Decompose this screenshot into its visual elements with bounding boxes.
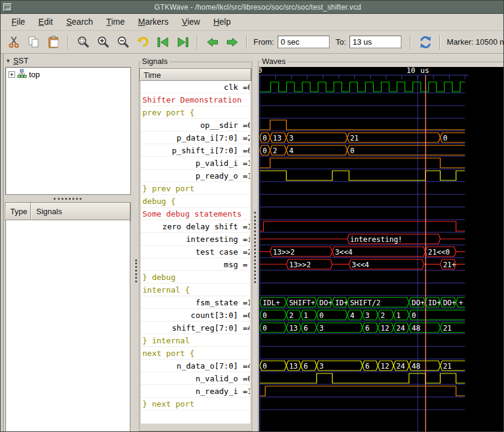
tree-node-top[interactable]: top (6, 68, 130, 80)
svg-text:6: 6 (304, 324, 308, 332)
to-input[interactable] (349, 36, 401, 48)
group-row[interactable]: } internal (141, 334, 250, 347)
comment-row[interactable]: Some debug statements (141, 208, 250, 220)
svg-text:0: 0 (263, 134, 267, 142)
svg-text:10: 10 (407, 67, 415, 75)
from-input[interactable] (278, 36, 330, 48)
menu-time[interactable]: Time (100, 14, 131, 30)
signal-name-list[interactable]: clk =0Shifter Demonstrationprev port {op… (140, 81, 251, 424)
svg-text:0: 0 (443, 134, 447, 142)
svg-text:0: 0 (263, 324, 267, 332)
paste-button[interactable] (45, 34, 62, 50)
shift-right-button[interactable] (224, 34, 240, 50)
svg-text:1: 1 (397, 311, 401, 320)
comment-row[interactable]: Shifter Demonstration (141, 94, 250, 106)
svg-text:0: 0 (412, 311, 416, 320)
signal-row[interactable]: p_shift_i[7:0] =0 (141, 144, 250, 157)
signal-row[interactable]: n_ready_i =1 (141, 385, 250, 398)
signal-row[interactable]: msg = (141, 258, 250, 271)
sst-pane-grip[interactable] (54, 198, 81, 200)
signal-marker-value: 4 (247, 360, 250, 372)
group-row[interactable]: next port { (141, 347, 250, 360)
type-column-header[interactable]: Type (5, 203, 31, 220)
signal-row[interactable]: zero delay shift =1 (141, 220, 250, 233)
signal-row[interactable]: count[3:0] =0 (141, 309, 250, 322)
zoom-in-button[interactable] (95, 34, 111, 50)
signal-row[interactable]: fsm_state =I (141, 296, 250, 309)
zoom-out-button[interactable] (115, 34, 131, 50)
svg-text:48: 48 (412, 324, 420, 332)
signal-marker-value: 0 (247, 372, 250, 385)
sst-expander[interactable]: ▼SST (5, 56, 28, 65)
svg-text:13>>2: 13>>2 (273, 248, 295, 256)
menu-file[interactable]: File (5, 14, 31, 30)
signal-row[interactable]: op__sdir =0 (141, 119, 250, 132)
signal-name: interesting = (186, 233, 247, 246)
sst-tree[interactable]: top (5, 67, 131, 195)
paned-grip-left[interactable] (135, 259, 137, 282)
menu-markers[interactable]: Markers (132, 14, 175, 30)
svg-text:DO+: DO+ (443, 299, 456, 307)
svg-text:21+: 21+ (443, 261, 456, 269)
svg-text:ID+: ID+ (335, 299, 348, 307)
signal-row[interactable]: shift_reg[7:0] =4 (141, 322, 250, 334)
jump-to-start-button[interactable] (155, 34, 171, 50)
signal-name: p_valid_i = (196, 157, 247, 170)
signal-row[interactable]: p_ready_o =1 (141, 170, 250, 182)
signal-row[interactable]: interesting =i (141, 233, 250, 246)
svg-text:SHIFT+: SHIFT+ (289, 299, 315, 307)
signal-name: p_shift_i[7:0] = (172, 144, 247, 157)
sst-signal-list[interactable] (5, 220, 130, 432)
copy-button[interactable] (25, 34, 42, 50)
svg-text:24: 24 (397, 362, 405, 370)
signal-name: n_data_o[7:0] = (177, 360, 247, 372)
svg-text:1: 1 (304, 311, 308, 320)
menu-view[interactable]: View (176, 14, 206, 30)
wave-canvas[interactable]: 010us01332100240interesting!13>>23<<421<… (259, 67, 503, 431)
toolbar-separator (439, 35, 441, 49)
menu-search[interactable]: Search (60, 14, 99, 30)
zoom-fit-button[interactable] (75, 34, 91, 50)
svg-text:24: 24 (397, 324, 405, 332)
signal-row[interactable]: n_valid_o =0 (141, 372, 250, 385)
toolbar-separator (410, 35, 411, 49)
svg-text:2: 2 (289, 311, 293, 320)
reload-button[interactable] (417, 34, 433, 50)
group-row[interactable]: } next port (141, 398, 250, 410)
signal-name: p_ready_o = (196, 170, 247, 182)
svg-text:0: 0 (350, 147, 354, 155)
group-row[interactable]: } debug (141, 271, 250, 284)
signals-column-header[interactable]: Signals (31, 203, 130, 220)
group-row[interactable]: internal { (141, 284, 250, 296)
signal-row[interactable]: p_data_i[7:0] =2 (141, 132, 250, 144)
group-row[interactable]: } prev port (141, 182, 250, 195)
menu-help[interactable]: Help (207, 14, 237, 30)
svg-text:13>>2: 13>>2 (289, 261, 311, 269)
group-row[interactable]: debug { (141, 195, 250, 208)
time-column-header[interactable]: Time (140, 69, 251, 81)
signal-marker-value: i (247, 233, 250, 246)
signal-marker-value: 2 (247, 132, 250, 144)
group-row[interactable]: prev port { (141, 106, 250, 119)
svg-text:SHIFT/2: SHIFT/2 (350, 299, 381, 307)
signal-marker-value: 0 (247, 81, 250, 94)
svg-text:21: 21 (350, 134, 359, 142)
window-menu-button[interactable] (3, 3, 12, 11)
menu-edit[interactable]: Edit (33, 14, 59, 30)
svg-text:0: 0 (259, 67, 262, 75)
signal-row[interactable]: n_data_o[7:0] =4 (141, 360, 250, 372)
signal-row[interactable]: test case =2 (141, 246, 250, 258)
jump-to-end-button[interactable] (174, 34, 191, 50)
zoom-undo-button[interactable] (135, 34, 151, 50)
signal-marker-value: I (247, 296, 250, 309)
main-area: ▼SST top Type Signals Signals Time clk =… (1, 54, 504, 432)
svg-text:0: 0 (263, 362, 267, 370)
paned-grip-right[interactable] (254, 212, 256, 283)
cut-button[interactable] (5, 34, 22, 50)
signal-row[interactable]: clk =0 (141, 81, 250, 94)
shift-left-button[interactable] (204, 34, 220, 50)
svg-text:21: 21 (443, 324, 451, 332)
signal-row[interactable]: p_valid_i =1 (141, 157, 250, 170)
svg-text:3<<4: 3<<4 (352, 261, 369, 269)
plus-expander-icon[interactable] (8, 71, 15, 78)
